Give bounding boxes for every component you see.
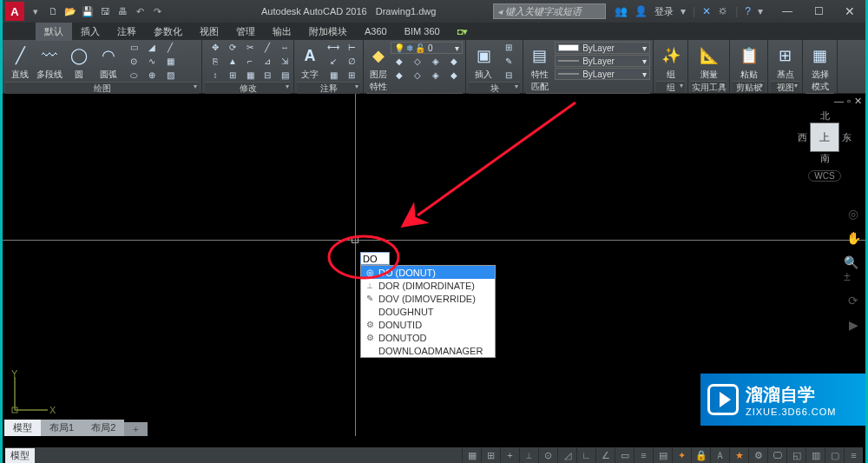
a360-icon[interactable]: ⛭ [718, 5, 728, 17]
st-clean[interactable]: ▢ [825, 447, 844, 463]
ac-item-donutod[interactable]: ⚙DONUTOD [361, 331, 495, 344]
st-units[interactable]: ◱ [786, 447, 806, 463]
nav-showmotion[interactable]: ▶ [849, 318, 858, 332]
qat-plot[interactable]: 🖶 [115, 3, 130, 19]
signin-dd[interactable]: ▾ [681, 5, 686, 17]
st-transparency[interactable]: ▤ [653, 447, 672, 463]
qat-undo[interactable]: ↶ [132, 3, 148, 19]
panel-util-label[interactable]: 实用工具 [691, 81, 727, 93]
panel-group-label[interactable]: 组 [656, 81, 685, 93]
tool-rect[interactable]: ▭ [125, 41, 142, 54]
ac-item-donutid[interactable]: ⚙DONUTID [361, 318, 495, 331]
st-iso[interactable]: ◿ [557, 447, 576, 463]
qat-open[interactable]: 📂 [62, 3, 78, 19]
tool-polyline[interactable]: 〰多段线 [35, 41, 64, 81]
wcs-label[interactable]: WCS [808, 170, 840, 182]
status-model[interactable]: 模型 [5, 448, 35, 463]
tool-matchprop[interactable]: ▤特性 匹配 [526, 41, 553, 93]
nav-zoom[interactable]: 🔍± [844, 255, 863, 283]
ac-item-dov[interactable]: ✎DOV (DIMOVERRIDE) [361, 292, 495, 305]
tool-move[interactable]: ✥ [207, 41, 224, 54]
st-workspace[interactable]: ⚙ [748, 447, 767, 463]
tool-dim[interactable]: ⟷ [325, 41, 342, 54]
st-autoscale[interactable]: ★ [729, 447, 748, 463]
st-annoscale[interactable]: 🔒 [691, 447, 710, 463]
help-icon[interactable]: ? [745, 5, 751, 17]
tool-group[interactable]: ✨组 [656, 41, 685, 81]
tab-manage[interactable]: 管理 [227, 23, 264, 41]
st-lineweight[interactable]: ≡ [634, 447, 653, 463]
st-grid[interactable]: ▦ [462, 447, 481, 463]
infocenter-icon[interactable]: 👥 [615, 5, 628, 17]
maximize-button[interactable]: ☐ [803, 1, 834, 22]
tab-insert[interactable]: 插入 [72, 23, 108, 41]
viewcube-top[interactable]: 上 [810, 122, 839, 152]
st-snap[interactable]: ⊞ [481, 447, 500, 463]
panel-modify-label[interactable]: 修改 [205, 82, 291, 94]
app-logo[interactable]: A [5, 2, 24, 21]
exchange-icon[interactable]: ✕ [702, 5, 711, 17]
color-dropdown[interactable]: ByLayer▾ [555, 42, 650, 54]
ac-item-downloadmanager[interactable]: DOWNLOADMANAGER [361, 344, 495, 357]
tab-default[interactable]: 默认 [36, 23, 72, 41]
doc-minimize[interactable]: — [834, 96, 844, 107]
minimize-button[interactable]: — [772, 1, 803, 22]
tab-view[interactable]: 视图 [191, 23, 227, 41]
st-dynamic[interactable]: + [500, 447, 519, 463]
signin-icon[interactable]: 👤 [635, 5, 648, 17]
tool-selmode[interactable]: ▦选择 模式 [806, 41, 834, 93]
doc-restore[interactable]: ▫ [847, 96, 851, 107]
tab-parametric[interactable]: 参数化 [145, 23, 191, 41]
linetype-dropdown[interactable]: ByLayer▾ [555, 68, 650, 80]
st-ortho[interactable]: ⟂ [519, 447, 538, 463]
st-polar[interactable]: ⊙ [538, 447, 557, 463]
qat-save[interactable]: 💾 [80, 3, 95, 19]
ac-item-doughnut[interactable]: DOUGHNUT [361, 305, 495, 318]
tool-arc[interactable]: ◠圆弧 [94, 41, 123, 81]
qat-menu[interactable]: ▾ [28, 3, 43, 19]
nav-pan[interactable]: ✋ [846, 231, 861, 245]
tool-layerprop[interactable]: ◆图层 特性 [366, 41, 391, 93]
help-dd[interactable]: ▾ [758, 5, 763, 17]
ac-item-dor[interactable]: ⟂DOR (DIMORDINATE) [361, 279, 495, 292]
layer-dropdown[interactable]: 💡❄🔓0▾ [391, 42, 463, 54]
st-annovisible[interactable]: Ａ [710, 447, 729, 463]
tool-paste[interactable]: 📋粘贴 [733, 41, 765, 81]
doc-close[interactable]: ✕ [854, 96, 862, 107]
nav-wheel[interactable]: ◎ [848, 207, 858, 221]
viewcube[interactable]: 北 西 上 东 南 WCS [792, 109, 857, 182]
close-button[interactable]: ✕ [834, 1, 865, 22]
tool-text[interactable]: A文字 [297, 41, 323, 81]
tool-measure[interactable]: 📐测量 [691, 41, 727, 81]
panel-draw-label[interactable]: 绘图 [5, 82, 199, 94]
st-custom[interactable]: ≡ [844, 447, 863, 463]
drawing-canvas[interactable]: — ▫ ✕ ◎DO (DONUT) ⟂DOR (DIMORDINATE) ✎DO… [3, 94, 865, 436]
st-monitor[interactable]: 🖵 [767, 447, 786, 463]
qat-new[interactable]: 🗋 [45, 3, 61, 19]
panel-clip-label[interactable]: 剪贴板 [733, 81, 765, 93]
qat-redo[interactable]: ↷ [149, 3, 165, 19]
tool-insert[interactable]: ▣插入 [469, 41, 498, 81]
st-otrack[interactable]: ∠ [595, 447, 615, 463]
panel-anno-label[interactable]: 注释 [297, 82, 360, 94]
search-input[interactable]: ◂键入关键字或短语 [493, 3, 606, 19]
tab-add[interactable]: + [124, 422, 147, 436]
st-osnap[interactable]: ∟ [576, 447, 595, 463]
lineweight-dropdown[interactable]: ByLayer▾ [555, 55, 650, 67]
tab-bim360[interactable]: BIM 360 [396, 23, 449, 39]
panel-view-label[interactable]: 视图 [771, 81, 799, 93]
st-cycling[interactable]: ✦ [672, 447, 691, 463]
ac-item-donut[interactable]: ◎DO (DONUT) [361, 266, 495, 279]
st-2d[interactable]: ▭ [615, 447, 634, 463]
tab-output[interactable]: 输出 [264, 23, 300, 41]
panel-block-label[interactable]: 块 [469, 82, 520, 94]
tab-model[interactable]: 模型 [4, 420, 41, 436]
qat-saveas[interactable]: 🖫 [97, 3, 113, 19]
signin-label[interactable]: 登录 [654, 5, 674, 18]
st-qprop[interactable]: ▥ [806, 447, 825, 463]
tab-extra[interactable]: ◘▾ [449, 23, 477, 40]
command-input[interactable] [360, 252, 390, 265]
tool-line[interactable]: ╱直线 [5, 41, 35, 81]
tool-circle[interactable]: ◯圆 [64, 41, 94, 81]
tab-a360[interactable]: A360 [356, 23, 396, 39]
